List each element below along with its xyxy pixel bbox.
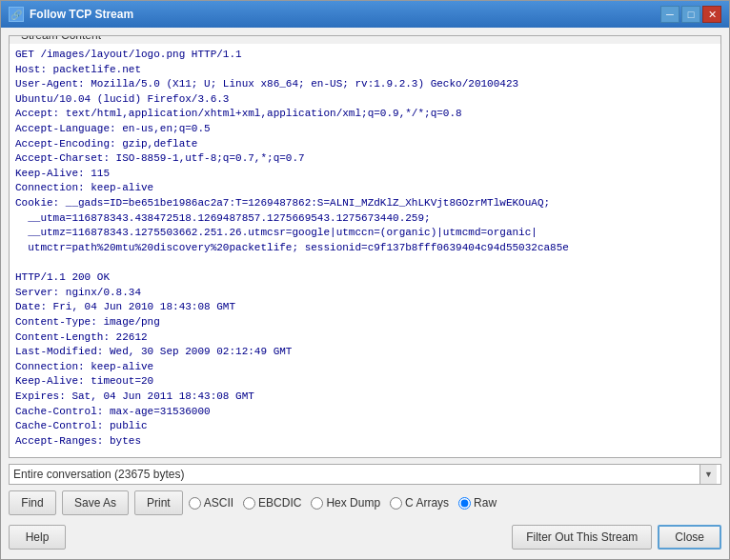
radio-ebcdic-label: EBCDIC [258, 496, 301, 510]
filter-out-button[interactable]: Filter Out This Stream [512, 525, 652, 550]
footer-left: Help [9, 525, 66, 550]
footer-right: Filter Out This Stream Close [512, 525, 721, 550]
window-icon: 🔗 [9, 7, 24, 22]
find-button[interactable]: Find [9, 490, 56, 515]
footer-row: Help Filter Out This Stream Close [9, 521, 721, 551]
title-buttons: ─ □ ✕ [660, 6, 721, 23]
maximize-button[interactable]: □ [681, 6, 700, 23]
print-button[interactable]: Print [134, 490, 183, 515]
radio-ascii-label: ASCII [204, 496, 233, 510]
combo-bar: Entire conversation (23675 bytes) ▼ [9, 464, 721, 485]
radio-carrays-label: C Arrays [405, 496, 449, 510]
save-as-button[interactable]: Save As [62, 490, 129, 515]
conversation-combo[interactable]: Entire conversation (23675 bytes) ▼ [9, 464, 721, 485]
radio-ascii-input[interactable] [189, 497, 201, 510]
window-content: Stream Content GET /images/layout/logo.p… [1, 28, 729, 559]
radio-ebcdic-input[interactable] [243, 497, 255, 510]
close-button[interactable]: Close [658, 525, 721, 550]
radio-raw-label: Raw [474, 496, 497, 510]
toolbar-row: Find Save As Print ASCII EBCDIC Hex Dump [9, 490, 721, 515]
window-title: Follow TCP Stream [30, 8, 133, 21]
radio-raw[interactable]: Raw [458, 496, 497, 510]
title-bar-left: 🔗 Follow TCP Stream [9, 7, 133, 22]
radio-ebcdic[interactable]: EBCDIC [243, 496, 301, 510]
stream-scroll-area: GET /images/layout/logo.png HTTP/1.1 Hos… [10, 36, 720, 457]
stream-content-group: Stream Content GET /images/layout/logo.p… [9, 35, 721, 458]
title-bar: 🔗 Follow TCP Stream ─ □ ✕ [1, 1, 729, 28]
window-close-button[interactable]: ✕ [702, 6, 721, 23]
radio-ascii[interactable]: ASCII [189, 496, 233, 510]
radio-hex[interactable]: Hex Dump [311, 496, 380, 510]
encoding-radio-group: ASCII EBCDIC Hex Dump C Arrays Raw [189, 496, 721, 510]
combo-value: Entire conversation (23675 bytes) [13, 468, 184, 481]
minimize-button[interactable]: ─ [660, 6, 679, 23]
radio-raw-input[interactable] [458, 497, 471, 510]
combo-arrow-icon[interactable]: ▼ [700, 465, 717, 484]
radio-hex-label: Hex Dump [326, 496, 380, 510]
main-window: 🔗 Follow TCP Stream ─ □ ✕ Stream Content… [0, 0, 730, 560]
radio-hex-input[interactable] [311, 497, 323, 510]
radio-carrays[interactable]: C Arrays [390, 496, 449, 510]
help-button[interactable]: Help [9, 525, 66, 550]
stream-content-text[interactable]: GET /images/layout/logo.png HTTP/1.1 Hos… [10, 44, 720, 457]
radio-carrays-input[interactable] [390, 497, 402, 510]
